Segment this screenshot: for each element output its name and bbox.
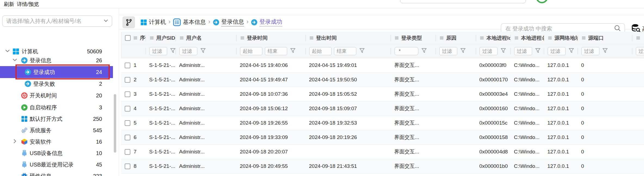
- filter-input[interactable]: 过滤: [514, 47, 532, 55]
- table-row[interactable]: 7S-1-5-21-...Administr...2024-09-18 20:2…: [121, 145, 644, 159]
- funnel-icon[interactable]: [200, 48, 206, 55]
- menu-icon[interactable]: [240, 36, 245, 40]
- funnel-icon[interactable]: [460, 48, 466, 55]
- table-cell: [436, 116, 476, 130]
- menu-icon[interactable]: [439, 36, 444, 40]
- funnel-icon[interactable]: [568, 48, 574, 55]
- breadcrumb-item[interactable]: 登录成功: [251, 18, 282, 26]
- column-header-本地进程Id[interactable]: 本地进程Id: [476, 32, 511, 44]
- row-checkbox[interactable]: [125, 135, 130, 140]
- breadcrumb-item[interactable]: 计算机: [140, 18, 166, 26]
- filter-input[interactable]: 过滤: [179, 47, 197, 55]
- menu-icon[interactable]: [636, 36, 640, 40]
- funnel-icon[interactable]: [535, 48, 541, 55]
- filter-input[interactable]: 过滤: [439, 47, 457, 55]
- funnel-icon[interactable]: [602, 48, 608, 55]
- sidebar-item-count: 223: [93, 173, 102, 176]
- table-row[interactable]: 8S-1-5-21-...Administr...2024-09-18 20:4…: [121, 159, 644, 174]
- funnel-icon[interactable]: [290, 48, 296, 55]
- filter-input[interactable]: 过滤: [581, 47, 599, 55]
- column-header-原因[interactable]: 原因: [436, 32, 476, 44]
- column-header-登录时间[interactable]: 登录时间: [237, 32, 306, 44]
- table-row[interactable]: 1S-1-5-21-...Administr...2024-04-15 19:4…: [121, 58, 644, 73]
- cell-value: C:\Windo...: [514, 120, 539, 126]
- chevron-down-icon[interactable]: [12, 57, 18, 64]
- cell-value: 0x000003e4: [479, 91, 508, 97]
- filter-input[interactable]: 过滤: [149, 47, 167, 55]
- table-row[interactable]: 6S-1-5-21-...Administr...2024-09-18 19:3…: [121, 130, 644, 145]
- breadcrumb-item[interactable]: 登录信息: [213, 18, 244, 26]
- funnel-icon[interactable]: [170, 48, 176, 55]
- records-table: 序号用户SID用户名登录时间登出时间登录类型原因本地进程Id本地进程名称源网络地…: [121, 32, 644, 174]
- tree-view-button[interactable]: [122, 16, 135, 28]
- sidebar-item-login-success[interactable]: 登录成功24: [0, 66, 113, 78]
- sidebar-item-login-info[interactable]: 登录信息26: [0, 55, 113, 66]
- row-checkbox[interactable]: [125, 77, 130, 83]
- column-header-登录类型[interactable]: 登录类型: [391, 32, 436, 44]
- menu-icon[interactable]: [149, 36, 154, 40]
- column-header-用户名[interactable]: 用户名: [176, 32, 237, 44]
- row-checkbox[interactable]: [125, 163, 130, 169]
- cell-value: 0x000003f0: [479, 62, 506, 68]
- table-row[interactable]: 4S-1-5-21-...Administr...2024-09-18 15:0…: [121, 101, 644, 116]
- top-status-ring: [536, 0, 548, 3]
- filter-end-input[interactable]: 结束: [265, 47, 287, 55]
- filter-start-input[interactable]: 起始: [240, 47, 262, 55]
- chevron-right-icon[interactable]: [12, 138, 18, 145]
- search-placeholder: 在 登录成功 中搜索: [505, 25, 614, 32]
- sidebar-item-login-fail[interactable]: 登录失败2: [0, 78, 113, 89]
- breadcrumb-item[interactable]: 基本信息: [173, 18, 206, 26]
- row-checkbox[interactable]: [125, 149, 130, 155]
- table-row[interactable]: 5S-1-5-21-...Administr...2024-09-18 19:2…: [121, 116, 644, 130]
- column-header-extra[interactable]: [632, 32, 644, 44]
- sidebar-item-system-services[interactable]: 系统服务545: [0, 125, 113, 136]
- menu-icon[interactable]: [548, 36, 552, 40]
- sidebar-item-default-open[interactable]: 默认打开方式250: [0, 113, 113, 125]
- table-row[interactable]: 3S-1-5-21-...Administr...2024-09-18 10:0…: [121, 87, 644, 101]
- column-header-本地进程名称[interactable]: 本地进程名称: [511, 32, 544, 44]
- sidebar-item-hardware[interactable]: 硬件信息223: [0, 170, 113, 176]
- column-header-用户SID[interactable]: 用户SID: [146, 32, 176, 44]
- sidebar-item-installed-sw[interactable]: 安装软件16: [0, 136, 113, 147]
- funnel-icon[interactable]: [500, 48, 506, 55]
- row-checkbox[interactable]: [125, 91, 130, 97]
- detail-preview-button[interactable]: 详情/预览: [17, 1, 39, 8]
- sidebar-item-usb-device[interactable]: USB设备信息10: [0, 147, 113, 159]
- power-icon: [21, 92, 28, 99]
- menu-icon[interactable]: [514, 36, 519, 40]
- login-arrow-icon: [251, 19, 257, 26]
- menu-icon[interactable]: [581, 36, 586, 40]
- filter-input[interactable]: 过滤: [548, 47, 566, 55]
- sidebar-item-usb-recent[interactable]: USB最近使用记录45: [0, 159, 113, 170]
- table-cell: S-1-5-21-...: [146, 145, 176, 159]
- column-header-登出时间[interactable]: 登出时间: [306, 32, 391, 44]
- funnel-icon[interactable]: [359, 48, 365, 55]
- row-checkbox[interactable]: [125, 63, 130, 68]
- funnel-icon[interactable]: [421, 48, 427, 55]
- sidebar-item-label: USB设备信息: [30, 150, 63, 157]
- filter-start-input[interactable]: 起始: [309, 47, 332, 55]
- top-cut-input[interactable]: [400, 0, 526, 3]
- sidebar-item-power-time[interactable]: 开关机时间20: [0, 90, 113, 101]
- table-row[interactable]: 2S-1-5-21-...Administr...2024-04-15 19:4…: [121, 73, 644, 87]
- sidebar-scrollbar[interactable]: [114, 94, 116, 153]
- sidebar-item-autostart[interactable]: 自启动程序3: [0, 102, 113, 113]
- row-checkbox[interactable]: [125, 120, 130, 126]
- select-all-checkbox[interactable]: [125, 35, 131, 41]
- menu-icon[interactable]: [394, 36, 399, 40]
- menu-icon[interactable]: [179, 36, 184, 40]
- chevron-down-icon[interactable]: [5, 48, 10, 55]
- row-checkbox[interactable]: [125, 106, 130, 112]
- filter-select[interactable]: *: [394, 47, 418, 55]
- filter-input[interactable]: 过滤: [636, 47, 644, 55]
- filter-end-input[interactable]: 结束: [334, 47, 356, 55]
- column-header-源网络地址[interactable]: 源网络地址: [544, 32, 578, 44]
- refresh-button[interactable]: 刷新: [4, 1, 14, 8]
- menu-icon[interactable]: [133, 36, 138, 40]
- login-arrow-icon: [24, 69, 31, 76]
- column-header-序号[interactable]: 序号: [121, 32, 146, 44]
- column-header-源端口[interactable]: 源端口: [578, 32, 632, 44]
- menu-icon[interactable]: [309, 36, 314, 40]
- menu-icon[interactable]: [480, 36, 484, 40]
- filter-input[interactable]: 过滤: [480, 47, 498, 55]
